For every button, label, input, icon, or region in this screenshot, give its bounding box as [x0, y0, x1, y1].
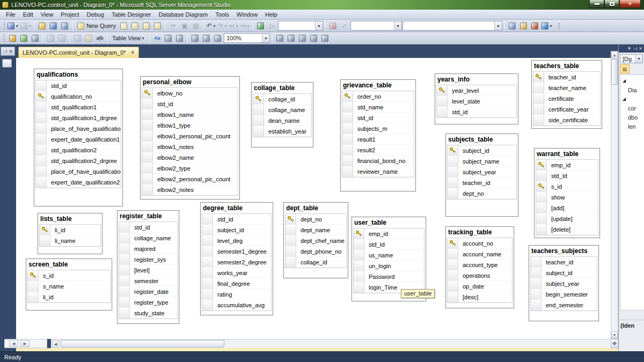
column-row[interactable]: teacher_id — [531, 257, 597, 268]
column-row[interactable]: s_id — [536, 181, 598, 192]
chevron-down-icon[interactable]: ▼ — [262, 34, 269, 42]
delete-table-icon[interactable] — [45, 33, 56, 43]
column-row[interactable]: begin_semester — [531, 289, 597, 300]
column-row[interactable]: std_id — [342, 113, 414, 123]
column-row[interactable]: final_degree — [202, 278, 271, 289]
column-row[interactable]: subject_id — [531, 268, 597, 278]
column-row[interactable]: subject_name — [448, 156, 516, 167]
column-row[interactable]: us_name — [354, 250, 424, 261]
save-all-icon[interactable] — [60, 20, 70, 31]
column-row[interactable]: subject_year — [448, 167, 516, 178]
analysis-mdx-query-icon[interactable] — [130, 20, 141, 31]
column-row[interactable]: std_id — [119, 222, 177, 233]
chevron-down-icon[interactable]: ▼ — [315, 21, 323, 30]
template-explorer-icon[interactable] — [518, 20, 529, 31]
column-row[interactable]: std_id — [36, 80, 121, 91]
add-table-icon[interactable] — [18, 33, 29, 43]
column-row[interactable]: establish_year — [253, 126, 311, 137]
column-row[interactable]: account_name — [448, 249, 512, 260]
column-row[interactable]: subject_id — [448, 145, 516, 156]
document-tab-diagram[interactable]: LENOVO-PC.control_unit - Diagram_0* ✕ — [18, 47, 139, 58]
menu-debug[interactable]: Debug — [83, 10, 108, 19]
table-collage_table[interactable]: collage_tablecollage_idcollage_namedean_… — [251, 82, 313, 147]
table-dept_table[interactable]: dept_tabledept_nodept_namedept_chef_name… — [283, 202, 348, 278]
column-row[interactable]: year_level — [437, 85, 516, 96]
column-row[interactable]: register_type — [119, 297, 177, 308]
column-row[interactable]: std_Id — [536, 171, 598, 181]
column-row[interactable]: register_sys — [119, 254, 177, 265]
menu-table-designer[interactable]: Table Designer — [108, 10, 155, 19]
pin-icon[interactable]: ⊤ — [632, 47, 638, 51]
column-row[interactable]: certificate — [533, 93, 600, 104]
column-row[interactable]: financial_bond_no — [342, 156, 414, 166]
table-warrant_table[interactable]: warrant_tableemp_idstd_Ids_idshow[add][u… — [534, 148, 600, 238]
vertical-scrollbar[interactable]: ▲ ▼ — [611, 51, 618, 339]
column-row[interactable]: std_name — [342, 102, 414, 113]
column-row[interactable]: teacher_id — [533, 72, 600, 83]
table-teachers_subjects[interactable]: teachers_subjectsteacher_idsubject_idsub… — [529, 245, 599, 321]
toolbar-overflow-icon[interactable]: ⋮ — [554, 20, 565, 31]
pane-left-icon[interactable]: ◀ — [9, 340, 18, 347]
column-row[interactable]: [update] — [536, 213, 598, 224]
chevron-down-icon[interactable]: ▼ — [635, 55, 642, 63]
menu-file[interactable]: File — [2, 10, 19, 19]
table-degree_table[interactable]: degree_tablestd_idsubject_idlevel_degsem… — [200, 202, 273, 315]
column-row[interactable]: [level] — [119, 265, 177, 276]
cut-icon[interactable]: ✂ — [168, 20, 179, 31]
column-row[interactable]: level_state — [437, 96, 516, 107]
column-row[interactable]: std_Id — [354, 239, 424, 250]
column-row[interactable]: elbow1_type — [142, 120, 238, 131]
undo-icon[interactable]: ↶▼ — [206, 20, 217, 31]
column-row[interactable]: accumulative_avg — [202, 300, 271, 311]
column-row[interactable]: dept_name — [286, 225, 346, 235]
column-row[interactable]: dept_chef_name — [286, 235, 346, 246]
toolbar-grip[interactable] — [3, 34, 5, 42]
open-file-icon[interactable] — [37, 20, 48, 31]
remove-from-diagram-icon[interactable] — [56, 33, 67, 43]
new-query-button[interactable]: New Query — [75, 20, 118, 31]
column-row[interactable]: level_deg — [202, 235, 271, 246]
redo-icon[interactable]: ↷▼ — [217, 20, 228, 31]
column-row[interactable]: collage_name — [253, 105, 311, 115]
tree-item-dbo[interactable]: dbo — [620, 113, 644, 122]
copy-diagram-icon[interactable] — [320, 33, 331, 43]
column-row[interactable]: std_id — [142, 99, 238, 109]
tab-close-icon[interactable]: ✕ — [131, 50, 135, 55]
column-row[interactable]: [add] — [536, 203, 598, 213]
categorized-icon[interactable]: ▤ — [620, 64, 630, 73]
menu-view[interactable]: View — [37, 10, 57, 19]
menu-help[interactable]: Help — [261, 10, 281, 19]
column-row[interactable]: collage_name — [119, 233, 177, 243]
add-related-tables-icon[interactable] — [286, 33, 297, 43]
view-dependencies-icon[interactable] — [309, 33, 319, 43]
column-row[interactable]: end_semester — [531, 300, 597, 311]
column-row[interactable]: std_qualification2_drgree — [36, 156, 121, 166]
copy-icon[interactable]: ▣ — [179, 20, 190, 31]
help-globe-icon[interactable]: ▼ — [541, 20, 553, 31]
column-row[interactable]: expert_date_qualification1 — [36, 134, 121, 145]
column-row[interactable]: semester — [119, 276, 177, 286]
column-row[interactable]: show — [536, 192, 598, 203]
manage-indexes-icon[interactable] — [297, 33, 308, 43]
column-row[interactable]: account_type — [448, 260, 512, 270]
execute-icon[interactable] — [328, 20, 339, 31]
analysis-xmla-query-icon[interactable] — [152, 20, 163, 31]
text-annotation-icon[interactable]: a|b — [94, 33, 105, 43]
column-row[interactable]: li_id — [28, 292, 110, 302]
table-grievance_table[interactable]: grievance_tableorder_nostd_namestd_idsub… — [340, 79, 416, 191]
column-row[interactable]: subjects_m — [342, 123, 414, 134]
column-row[interactable]: dept_phone_no — [286, 246, 346, 257]
column-row[interactable]: un_login — [354, 261, 424, 271]
column-row[interactable]: std_qualification1_drgree — [36, 113, 121, 123]
arrange-tables-icon[interactable] — [213, 33, 223, 43]
column-row[interactable]: collage_id — [286, 257, 346, 268]
close-button[interactable]: ✕ — [619, 0, 641, 8]
navigate-forward-icon[interactable]: ↪▼ — [240, 20, 251, 31]
column-row[interactable]: std_id — [437, 107, 516, 117]
column-row[interactable]: reviewer_name — [342, 166, 414, 177]
manage-relationships-icon[interactable] — [30, 33, 40, 43]
arrange-selection-icon[interactable] — [201, 33, 212, 43]
column-row[interactable]: elbow2_name — [142, 152, 238, 163]
database-engine-query-icon[interactable] — [119, 20, 129, 31]
analysis-dmx-query-icon[interactable] — [141, 20, 152, 31]
